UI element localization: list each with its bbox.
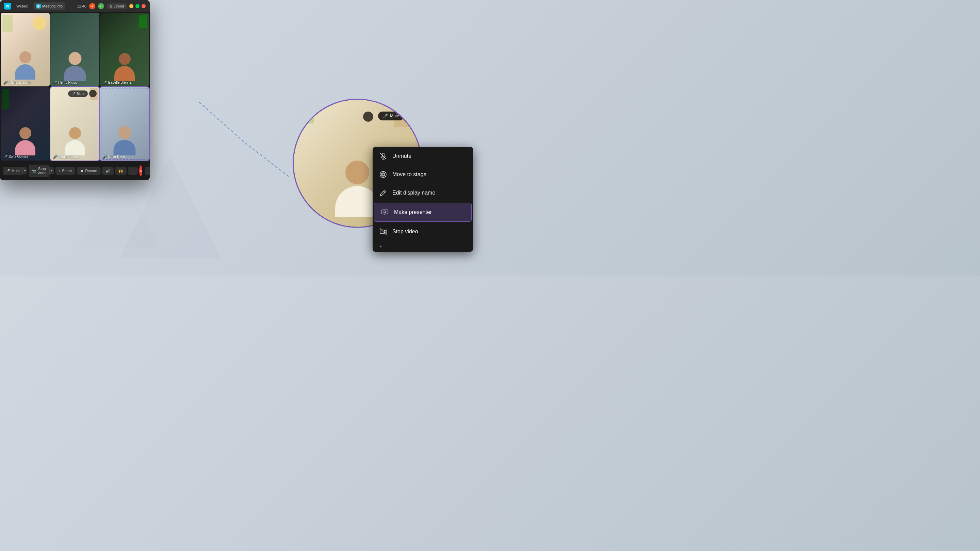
- context-menu: Unmute Move to stage Edit display name: [372, 147, 473, 252]
- bottom-toolbar: ▼ 🎤 Mute ▾ 📷 Stop video ▾ ↑ Share ⏺ Reco…: [0, 161, 150, 180]
- record-icon: ⏺: [80, 169, 84, 173]
- participant-name-henry: 🎤 Henry Riggs: [53, 81, 77, 84]
- menu-item-make-presenter[interactable]: Make presenter: [374, 203, 472, 222]
- layout-label: Layout: [114, 5, 124, 8]
- cell-overlay-marise: 🎤 Mute ···: [68, 90, 97, 97]
- mic-icon-umar: 🎤: [103, 155, 107, 159]
- mute-button-marise[interactable]: 🎤 Mute: [68, 91, 88, 97]
- more-options-button[interactable]: ...: [128, 167, 138, 175]
- menu-more-indicator: +: [372, 241, 473, 252]
- svg-line-3: [245, 143, 289, 177]
- participant-name-clarissa: 🎤 Clarissa Smith: [3, 81, 30, 84]
- stop-video-label: Stop video: [392, 229, 418, 235]
- video-cell-clarissa[interactable]: 🎤 Clarissa Smith: [1, 13, 50, 86]
- stage-icon: [379, 171, 387, 178]
- title-bar-center: 12:40 ● ✓ ⊞ Layout: [77, 3, 127, 9]
- time-display: 12:40: [77, 4, 86, 8]
- record-button[interactable]: ⏺ Record: [76, 167, 100, 175]
- noise-button[interactable]: 🔊: [102, 167, 114, 175]
- video-cell-henry[interactable]: 🎤 Henry Riggs: [50, 13, 99, 86]
- zoom-mute-icon: 🎤: [383, 114, 388, 118]
- video-grid: 🎤 Clarissa Smith 🎤 Henry Riggs: [0, 12, 150, 161]
- svg-rect-11: [382, 210, 388, 214]
- apps-button[interactable]: ⊞ Apps: [145, 167, 150, 175]
- unmute-icon: [379, 152, 387, 160]
- svg-line-2: [199, 102, 245, 143]
- noise-icon: 🔊: [105, 169, 110, 173]
- menu-item-edit-display-name[interactable]: Edit display name: [372, 184, 473, 202]
- svg-point-8: [380, 171, 386, 178]
- title-bar-left: W Webex 📋 Meeting info: [4, 2, 74, 10]
- end-call-button[interactable]: ✕: [139, 165, 142, 176]
- mute-main-button[interactable]: 🎤 Mute: [3, 167, 22, 175]
- mic-icon-marise: 🎤: [53, 155, 57, 159]
- svg-line-15: [380, 228, 387, 235]
- mic-icon-henry: 🎤: [53, 81, 57, 84]
- tab-meeting-info-label: Meeting info: [42, 4, 63, 8]
- close-button[interactable]: [142, 4, 146, 8]
- video-icon: 📷: [31, 169, 36, 173]
- participant-name-umar: 🎤 Umar Patel: [103, 155, 125, 159]
- zoom-more-button[interactable]: ···: [363, 111, 373, 122]
- participant-name-isabelle: 🎤 Isabelle Brennan: [103, 81, 134, 84]
- menu-item-move-to-stage[interactable]: Move to stage: [372, 165, 473, 184]
- meeting-icon: 📋: [36, 4, 41, 8]
- video-cell-sofia[interactable]: 🎤 Sofia Gomez: [1, 87, 50, 160]
- minimize-button[interactable]: [129, 4, 134, 8]
- stop-video-main-button[interactable]: 📷 Stop video: [29, 165, 49, 177]
- menu-item-unmute[interactable]: Unmute: [372, 147, 473, 165]
- mute-dropdown-button[interactable]: ▾: [22, 167, 27, 175]
- pencil-icon: [379, 189, 387, 197]
- stop-video-button-group: 📷 Stop video ▾: [29, 165, 54, 177]
- svg-line-10: [383, 191, 385, 192]
- video-cell-umar[interactable]: 🎤 Umar Patel: [100, 87, 149, 160]
- more-button-marise[interactable]: ···: [89, 90, 97, 97]
- share-icon: ↑: [59, 169, 61, 173]
- svg-point-12: [384, 211, 386, 213]
- app-window: W Webex 📋 Meeting info 12:40 ● ✓ ⊞ Layou…: [0, 0, 150, 180]
- tab-webex-label: Webex: [16, 4, 28, 8]
- unmute-label: Unmute: [392, 153, 411, 159]
- tab-webex[interactable]: Webex: [14, 3, 30, 10]
- tab-meeting-info[interactable]: 📋 Meeting info: [33, 2, 65, 10]
- participant-name-sofia: 🎤 Sofia Gomez: [3, 155, 28, 159]
- maximize-button[interactable]: [135, 4, 140, 8]
- reactions-icon: 🙌: [118, 169, 123, 173]
- move-to-stage-label: Move to stage: [392, 171, 427, 178]
- mute-toolbar-icon: 🎤: [5, 169, 10, 173]
- title-bar: W Webex 📋 Meeting info 12:40 ● ✓ ⊞ Layou…: [0, 0, 150, 12]
- reactions-button[interactable]: 🙌: [115, 167, 127, 175]
- video-cell-marise[interactable]: 🎤 Mute ··· 🎤 Marise Torres: [50, 87, 99, 160]
- presenter-icon: [381, 208, 388, 216]
- stop-video-dropdown-button[interactable]: ▾: [49, 167, 54, 175]
- mic-icon-isabelle: 🎤: [103, 81, 107, 84]
- participant-name-marise: 🎤 Marise Torres: [53, 155, 79, 159]
- mic-icon-sofia: 🎤: [3, 155, 8, 159]
- mute-button-group: 🎤 Mute ▾: [3, 167, 27, 175]
- make-presenter-label: Make presenter: [394, 209, 432, 215]
- layout-icon: ⊞: [110, 5, 112, 8]
- layout-button[interactable]: ⊞ Layout: [107, 3, 127, 9]
- status-badge: ✓: [98, 3, 104, 9]
- share-button[interactable]: ↑ Share: [56, 167, 76, 175]
- mic-icon-clarissa: 🎤: [3, 81, 8, 84]
- video-cell-isabelle[interactable]: 🎤 Isabelle Brennan: [100, 13, 149, 86]
- edit-display-name-label: Edit display name: [392, 190, 435, 196]
- end-call-icon: ✕: [139, 169, 142, 173]
- zoom-mute-button[interactable]: 🎤 Mute: [378, 111, 404, 121]
- record-badge: ●: [89, 3, 95, 9]
- webex-logo: W: [4, 3, 11, 10]
- window-controls: [129, 4, 146, 8]
- camera-slash-icon: [379, 228, 387, 235]
- menu-item-stop-video[interactable]: Stop video: [372, 222, 473, 241]
- apps-icon: ⊞: [148, 169, 150, 173]
- mute-icon-marise: 🎤: [72, 92, 76, 95]
